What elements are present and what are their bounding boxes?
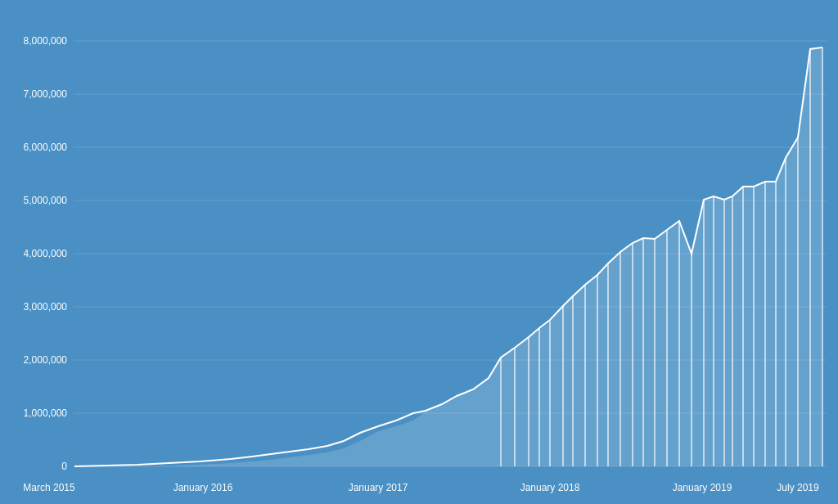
svg-text:7,000,000: 7,000,000 (24, 88, 68, 100)
svg-text:3,000,000: 3,000,000 (24, 301, 68, 313)
svg-text:8,000,000: 8,000,000 (24, 35, 68, 47)
x-label-jan2017: January 2017 (349, 482, 408, 493)
x-label-jan2016: January 2016 (173, 482, 233, 493)
svg-text:6,000,000: 6,000,000 (24, 142, 68, 153)
x-label-jul2019: July 2019 (777, 482, 819, 493)
chart-container: 0 1,000,000 2,000,000 3,000,000 4,000,00… (0, 0, 838, 504)
x-label-jan2018: January 2018 (520, 482, 580, 493)
chart-svg: 0 1,000,000 2,000,000 3,000,000 4,000,00… (0, 0, 838, 504)
x-label-jan2019: January 2019 (673, 482, 732, 493)
svg-text:2,000,000: 2,000,000 (24, 354, 68, 366)
x-label-march2015: March 2015 (23, 482, 75, 493)
svg-text:0: 0 (61, 461, 67, 472)
svg-text:1,000,000: 1,000,000 (24, 407, 68, 419)
svg-text:5,000,000: 5,000,000 (24, 195, 68, 206)
svg-text:4,000,000: 4,000,000 (24, 248, 68, 259)
